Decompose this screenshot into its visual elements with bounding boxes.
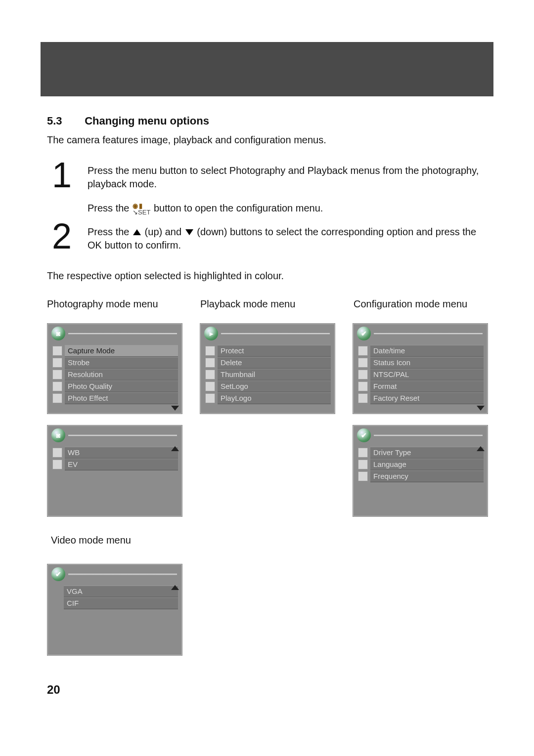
menu-item: Driver Type [357,447,484,458]
item-icon [358,448,368,458]
step1-line1: Press the menu button to select Photogra… [88,164,487,191]
scroll-down-icon [477,406,485,411]
menu-photography: ◙ Capture Mode Strobe Resolution Photo Q… [47,323,182,414]
item-icon [358,370,368,379]
label-video: Video mode menu [51,534,182,547]
manual-page: 5.3 Changing menu options The camera fea… [0,42,534,726]
step-1: 1 Press the menu button to select Photog… [47,159,487,216]
item-icon [205,370,215,379]
section-heading: 5.3 Changing menu options [47,114,487,128]
menu-configuration-1: ✔ Date/time Status Icon NTSC/PAL Format … [353,323,488,414]
scroll-up-icon [171,446,179,451]
menu-item: Strobe [51,357,178,368]
highlight-note: The respective option selected is highli… [47,269,487,283]
label-configuration: Configuration mode menu [354,297,487,311]
step-number: 2 [52,220,78,252]
set-config-icon: ◉ ▮ ↘SET [132,202,151,216]
item-icon [52,599,61,608]
item-icon [205,358,215,368]
menu-item: Language [357,459,484,470]
item-icon [52,448,62,458]
camera-mode-icon: ◙ [51,327,65,340]
step-2: 2 Press the (up) and (down) buttons to s… [47,220,487,252]
item-icon [52,393,62,403]
menu-item: Protect [204,345,331,356]
column-labels: Photography mode menu Playback mode menu… [47,297,487,311]
menu-item: Factory Reset [357,393,484,404]
item-icon [358,471,368,481]
item-icon [358,358,368,368]
camera-mode-icon: ◙ [51,428,65,442]
menu-item: CIF [51,598,178,609]
scroll-down-icon [171,406,179,411]
label-playback: Playback mode menu [200,297,334,311]
menu-item: SetLogo [204,381,331,392]
up-arrow-icon [133,229,141,235]
menu-item: Resolution [51,369,178,380]
step1-line2: Press the ◉ ▮ ↘SET button to open the co… [88,202,487,216]
item-icon [205,393,215,403]
item-icon [52,460,62,469]
down-arrow-icon [185,229,193,235]
page-content: 5.3 Changing menu options The camera fea… [0,96,534,656]
item-icon [52,370,62,379]
scroll-up-icon [171,585,179,590]
menu-item: Capture Mode [51,345,178,356]
wrench-icon: ✔ [357,327,371,340]
header-banner [41,42,493,96]
menu-playback: ▸ Protect Delete Thumbnail SetLogo PlayL… [200,323,335,414]
intro-text: The camera features image, playback and … [47,133,487,147]
menu-item: Thumbnail [204,369,331,380]
menu-item: NTSC/PAL [357,369,484,380]
play-mode-icon: ▸ [204,327,218,340]
item-icon [52,381,62,391]
scroll-up-icon [477,446,485,451]
col-playback: ▸ Protect Delete Thumbnail SetLogo PlayL… [200,323,335,656]
step-body: Press the (up) and (down) buttons to sel… [88,220,487,252]
menu-item: Photo Quality [51,381,178,392]
item-icon [358,393,368,403]
menu-item: EV [51,459,178,470]
menu-item: Delete [204,357,331,368]
col-configuration: ✔ Date/time Status Icon NTSC/PAL Format … [353,323,488,656]
item-icon [358,381,368,391]
item-icon [205,346,215,356]
menu-item: WB [51,447,178,458]
section-number: 5.3 [47,114,82,128]
item-icon [52,346,62,356]
wrench-icon: ✔ [357,428,371,442]
col-photography: ◙ Capture Mode Strobe Resolution Photo Q… [47,323,182,656]
menu-item: Status Icon [357,357,484,368]
menu-item: VGA [51,586,178,597]
menu-item: Format [357,381,484,392]
menu-configuration-2: ✔ Driver Type Language Frequency [353,425,488,517]
item-icon [358,346,368,356]
wrench-icon: ✔ [51,567,65,581]
page-number: 20 [47,683,534,697]
item-icon [52,358,62,368]
item-icon [52,587,61,596]
menu-item: Photo Effect [51,393,178,404]
menu-item: Date/time [357,345,484,356]
menu-video: ✔ VGA CIF [47,564,182,656]
step-body: Press the menu button to select Photogra… [88,159,487,216]
item-icon [205,381,215,391]
menu-item: PlayLogo [204,393,331,404]
item-icon [358,460,368,469]
screenshots-grid: ◙ Capture Mode Strobe Resolution Photo Q… [47,323,487,656]
menu-item: Frequency [357,471,484,482]
step-number: 1 [52,159,78,216]
label-photography: Photography mode menu [47,297,180,311]
menu-photography-2: ◙ WB EV [47,425,182,517]
section-title: Changing menu options [85,115,209,127]
